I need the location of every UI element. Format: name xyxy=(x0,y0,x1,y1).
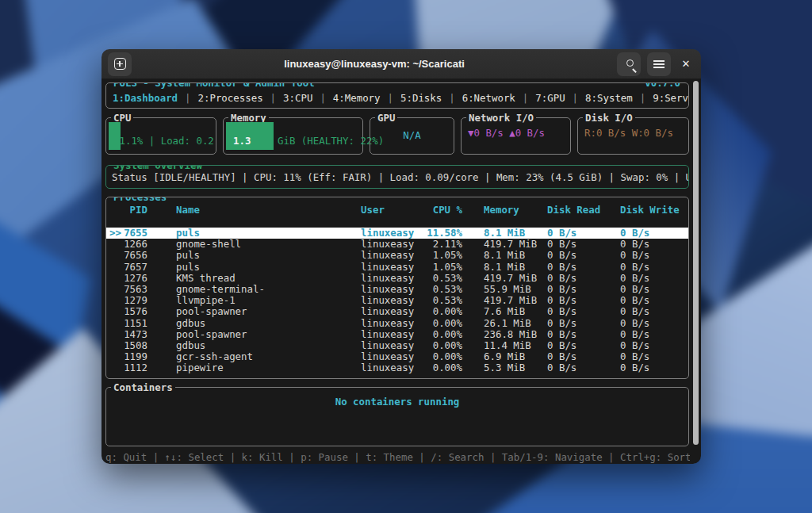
cell-user: linuxeasy xyxy=(361,228,418,239)
tab-8-system[interactable]: 8:System xyxy=(585,92,633,104)
cell-disk-read: 0 B/s xyxy=(547,318,620,329)
cell-memory: 8.1 MiB xyxy=(462,228,547,239)
hamburger-menu-icon xyxy=(653,60,665,68)
menu-button[interactable] xyxy=(647,52,671,76)
system-overview-text: Status [IDLE/HEALTHY] | CPU: 11% (Eff: F… xyxy=(112,171,689,183)
cell-user: linuxeasy xyxy=(361,284,418,295)
cell-name: llvmpipe-1 xyxy=(176,295,361,306)
cell-pid: 1199 xyxy=(112,351,176,362)
memory-bar-value: 1.3 xyxy=(233,135,251,147)
cell-pid: 7655 xyxy=(112,228,176,239)
tab-3-cpu[interactable]: 3:CPU xyxy=(283,92,312,104)
cell-disk-write: 0 B/s xyxy=(620,239,688,250)
cell-name: puls xyxy=(176,262,361,273)
cell-disk-read: 0 B/s xyxy=(547,262,620,273)
cell-user: linuxeasy xyxy=(361,250,418,261)
cell-name: pool-spawner xyxy=(176,329,361,340)
process-row[interactable]: 1473pool-spawnerlinuxeasy0.00%236.8 MiB0… xyxy=(106,329,688,340)
disk-io-label: R:0 B/s W:0 B/s xyxy=(584,127,673,139)
tab-4-memory[interactable]: 4:Memory xyxy=(333,92,381,104)
tab-5-disks[interactable]: 5:Disks xyxy=(400,92,442,104)
cell-disk-read: 0 B/s xyxy=(547,295,620,306)
process-row[interactable]: >>7655pulslinuxeasy11.58%8.1 MiB0 B/s0 B… xyxy=(106,228,688,239)
process-row[interactable]: 1508gdbuslinuxeasy0.00%11.4 MiB0 B/s0 B/… xyxy=(106,340,688,351)
new-tab-button[interactable] xyxy=(108,52,132,76)
cell-user: linuxeasy xyxy=(361,306,418,317)
terminal-content: PULS - System Monitor & Admin Tool v0.7.… xyxy=(102,79,701,464)
cell-name: gdbus xyxy=(176,340,361,351)
process-row[interactable]: 1279llvmpipe-1linuxeasy0.53%419.7 MiB0 B… xyxy=(106,295,688,306)
cell-cpu: 0.00% xyxy=(418,362,462,373)
col-disk-write[interactable]: Disk Write xyxy=(620,205,688,216)
cell-name: pipewire xyxy=(176,362,361,373)
process-row[interactable]: 7656pulslinuxeasy1.05%8.1 MiB0 B/s0 B/s xyxy=(106,250,688,261)
cell-name: gnome-terminal- xyxy=(176,284,361,295)
cell-disk-write: 0 B/s xyxy=(620,351,688,362)
window-title: linuxeasy@linuxeasy-vm: ~/Scaricati xyxy=(132,58,617,70)
process-row[interactable]: 7563gnome-terminal-linuxeasy0.53%55.9 Mi… xyxy=(106,284,688,295)
tab-6-network[interactable]: 6:Network xyxy=(462,92,515,104)
col-pid[interactable]: PID xyxy=(112,205,176,216)
cell-cpu: 0.00% xyxy=(418,329,462,340)
cell-memory: 5.3 MiB xyxy=(462,362,547,373)
col-user[interactable]: User xyxy=(361,205,418,216)
cell-cpu: 11.58% xyxy=(418,228,462,239)
process-table-body: >>7655pulslinuxeasy11.58%8.1 MiB0 B/s0 B… xyxy=(106,228,688,373)
tab-1-dashboard[interactable]: 1:Dashboard xyxy=(113,92,178,104)
process-row[interactable]: 1576pool-spawnerlinuxeasy0.00%7.6 MiB0 B… xyxy=(106,306,688,317)
cell-user: linuxeasy xyxy=(361,262,418,273)
cell-user: linuxeasy xyxy=(361,318,418,329)
col-memory[interactable]: Memory xyxy=(462,205,547,216)
system-overview-title: System Overview xyxy=(111,165,205,171)
col-cpu[interactable]: CPU % xyxy=(418,205,462,216)
cell-cpu: 1.05% xyxy=(418,262,462,273)
cell-user: linuxeasy xyxy=(361,295,418,306)
col-name[interactable]: Name xyxy=(176,205,361,216)
process-row[interactable]: 1276KMS threadlinuxeasy0.53%419.7 MiB0 B… xyxy=(106,273,688,284)
cell-name: gdbus xyxy=(176,318,361,329)
memory-usage-label: GiB (HEALTHY: 22%) xyxy=(278,135,384,147)
cell-memory: 55.9 MiB xyxy=(462,284,547,295)
cell-pid: 1576 xyxy=(112,306,176,317)
cell-disk-read: 0 B/s xyxy=(547,340,620,351)
cell-name: puls xyxy=(176,250,361,261)
cell-cpu: 0.00% xyxy=(418,318,462,329)
tab-7-gpu[interactable]: 7:GPU xyxy=(535,92,565,104)
cell-disk-write: 0 B/s xyxy=(620,273,688,284)
containers-panel: Containers No containers running xyxy=(105,387,689,446)
process-row[interactable]: 1199gcr-ssh-agentlinuxeasy0.00%6.9 MiB0 … xyxy=(106,351,688,362)
cell-user: linuxeasy xyxy=(361,239,418,250)
app-title: PULS - System Monitor & Admin Tool xyxy=(111,82,317,89)
process-row[interactable]: 7657pulslinuxeasy1.05%8.1 MiB0 B/s0 B/s xyxy=(106,262,688,273)
tab-2-processes[interactable]: 2:Processes xyxy=(198,92,263,104)
process-row[interactable]: 1112pipewirelinuxeasy0.00%5.3 MiB0 B/s0 … xyxy=(106,362,688,373)
cell-memory: 8.1 MiB xyxy=(462,250,547,261)
close-button[interactable]: ✕ xyxy=(677,52,695,76)
cell-pid: 1508 xyxy=(112,340,176,351)
col-disk-read[interactable]: Disk Read xyxy=(547,205,620,216)
cell-memory: 26.1 MiB xyxy=(462,318,547,329)
terminal-scrollbar[interactable] xyxy=(693,81,699,445)
cell-pid: 1276 xyxy=(112,273,176,284)
cpu-panel: CPU 11.1% | Load: 0.2 xyxy=(105,117,216,155)
tab-bar: 1:Dashboard|2:Processes|3:CPU|4:Memory|5… xyxy=(113,90,688,105)
tab-separator: | xyxy=(185,92,190,104)
tab-separator: | xyxy=(320,92,325,104)
app-header-panel: PULS - System Monitor & Admin Tool v0.7.… xyxy=(105,82,689,109)
containers-title: Containers xyxy=(111,381,175,393)
tab-9-services[interactable]: 9:Services xyxy=(653,92,689,104)
cell-pid: 1279 xyxy=(112,295,176,306)
search-button[interactable] xyxy=(617,52,641,76)
cell-disk-read: 0 B/s xyxy=(547,284,620,295)
tab-separator: | xyxy=(388,92,393,104)
process-row[interactable]: 1151gdbuslinuxeasy0.00%26.1 MiB0 B/s0 B/… xyxy=(106,318,688,329)
cell-cpu: 0.53% xyxy=(418,284,462,295)
memory-panel: Memory 1.3 GiB (HEALTHY: 22%) xyxy=(223,117,363,155)
network-panel-title: Network I/O xyxy=(466,112,536,124)
gpu-panel-title: GPU xyxy=(375,112,397,124)
cell-memory: 419.7 MiB xyxy=(462,273,547,284)
gpu-panel: GPU N/A xyxy=(370,117,454,155)
close-icon: ✕ xyxy=(682,58,691,70)
process-row[interactable]: 1266gnome-shelllinuxeasy2.11%419.7 MiB0 … xyxy=(106,239,688,250)
tab-separator: | xyxy=(449,92,454,104)
